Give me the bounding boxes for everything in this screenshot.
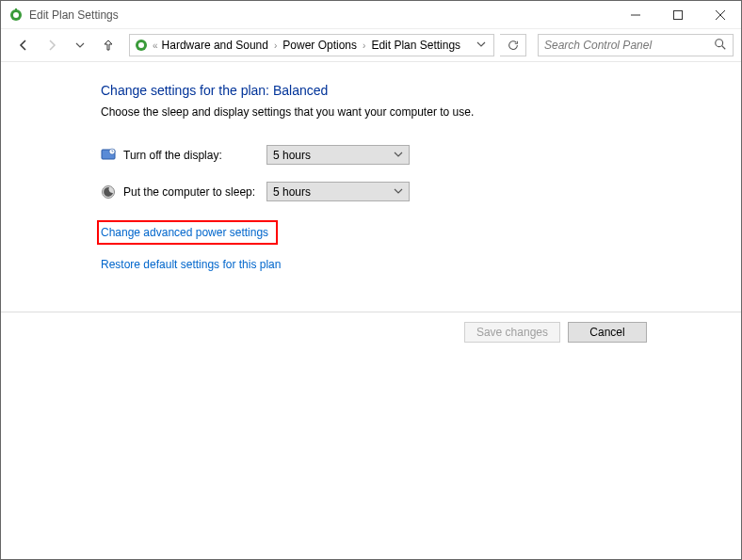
maximize-button[interactable] xyxy=(656,1,699,29)
titlebar: Edit Plan Settings xyxy=(1,1,741,29)
forward-button[interactable] xyxy=(40,34,63,56)
advanced-settings-link[interactable]: Change advanced power settings xyxy=(101,226,268,239)
chevron-right-icon: › xyxy=(274,40,277,51)
up-button[interactable] xyxy=(97,34,120,56)
close-button[interactable] xyxy=(699,1,741,29)
page-heading: Change settings for the plan: Balanced xyxy=(101,83,741,98)
page-subtext: Choose the sleep and display settings th… xyxy=(101,105,741,119)
button-label: Save changes xyxy=(476,326,548,339)
search-icon[interactable] xyxy=(714,38,727,54)
breadcrumb-item[interactable]: Edit Plan Settings xyxy=(371,39,460,52)
svg-line-10 xyxy=(722,45,726,49)
recent-locations-button[interactable] xyxy=(69,34,91,56)
svg-rect-4 xyxy=(673,10,682,19)
highlight-box: Change advanced power settings xyxy=(97,220,278,245)
svg-rect-2 xyxy=(15,8,17,12)
setting-label: Put the computer to sleep: xyxy=(123,185,266,199)
breadcrumb: Hardware and Sound › Power Options › Edi… xyxy=(162,39,461,52)
chevron-down-icon xyxy=(394,186,403,198)
window-controls xyxy=(614,1,741,29)
minimize-button[interactable] xyxy=(614,1,656,29)
restore-defaults-link[interactable]: Restore default settings for this plan xyxy=(101,258,281,271)
main-content: Change settings for the plan: Balanced C… xyxy=(1,62,741,271)
location-icon xyxy=(134,38,149,53)
app-icon xyxy=(8,8,24,23)
save-button: Save changes xyxy=(464,322,560,343)
breadcrumb-item[interactable]: Hardware and Sound xyxy=(162,39,268,52)
address-dropdown-button[interactable] xyxy=(471,40,492,51)
button-label: Cancel xyxy=(589,326,624,339)
sleep-icon xyxy=(101,184,116,200)
svg-point-9 xyxy=(716,39,723,46)
display-icon xyxy=(101,148,116,163)
breadcrumb-prefix: « xyxy=(153,40,158,51)
chevron-right-icon: › xyxy=(363,40,365,51)
select-value: 5 hours xyxy=(273,185,311,199)
nav-row: « Hardware and Sound › Power Options › E… xyxy=(1,29,741,61)
setting-label: Turn off the display: xyxy=(123,149,266,162)
chevron-down-icon xyxy=(394,150,403,161)
setting-row-display: Turn off the display: 5 hours xyxy=(101,145,741,165)
footer: Save changes Cancel xyxy=(1,312,741,352)
breadcrumb-item[interactable]: Power Options xyxy=(282,39,357,52)
setting-row-sleep: Put the computer to sleep: 5 hours xyxy=(101,182,741,201)
address-bar[interactable]: « Hardware and Sound › Power Options › E… xyxy=(129,34,494,56)
window-title: Edit Plan Settings xyxy=(29,8,119,22)
search-box[interactable] xyxy=(538,34,734,56)
links-block: Change advanced power settings Restore d… xyxy=(101,220,741,271)
display-timeout-select[interactable]: 5 hours xyxy=(266,145,410,165)
cancel-button[interactable]: Cancel xyxy=(568,322,647,343)
svg-point-8 xyxy=(138,42,144,48)
back-button[interactable] xyxy=(12,34,35,56)
refresh-button[interactable] xyxy=(500,34,526,56)
sleep-timeout-select[interactable]: 5 hours xyxy=(266,182,410,201)
select-value: 5 hours xyxy=(273,149,311,162)
svg-point-1 xyxy=(13,12,19,18)
search-input[interactable] xyxy=(544,39,714,52)
